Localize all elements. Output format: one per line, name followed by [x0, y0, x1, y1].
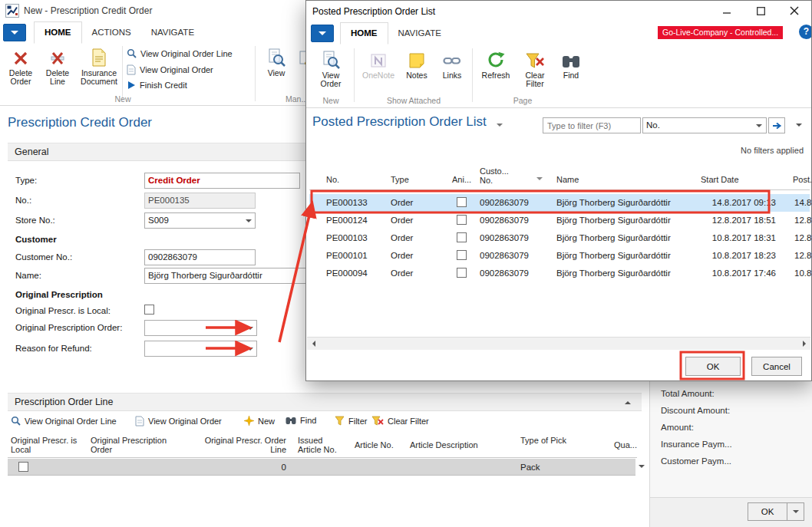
reason-for-refund-field[interactable] [144, 341, 257, 357]
grid-scroll-down-icon[interactable] [639, 465, 645, 468]
find-button[interactable]: Find [555, 48, 587, 80]
original-prescription-section-label: Original Prescription [15, 290, 103, 299]
back-ok-button[interactable]: OK [748, 502, 787, 521]
links-label: Links [435, 71, 469, 80]
back-app-menu-button[interactable] [3, 24, 26, 41]
chevron-down-icon [756, 124, 762, 127]
links-button[interactable]: Links [435, 48, 469, 80]
view-order-button[interactable]: View Order [312, 48, 349, 88]
table-row[interactable]: PE000133 Order 0902863079 Björg Thorberg… [309, 194, 810, 212]
filter-input[interactable] [543, 117, 641, 133]
scroll-right-icon [803, 341, 806, 347]
line-view-original-order-line-button[interactable]: View Original Order Line [11, 416, 117, 426]
filter-go-button[interactable] [768, 117, 785, 133]
line-col-issued-article-no[interactable]: Issued Article No. [298, 436, 344, 454]
row-start-date: 10.8.2017 18:23 [647, 247, 776, 265]
filter-column-value: No. [646, 120, 660, 130]
customer-no-field[interactable]: 0902863079 [144, 249, 256, 265]
row-animal-checkbox[interactable] [457, 197, 467, 207]
line-filter-button[interactable]: Filter [335, 416, 367, 426]
maximize-button[interactable] [747, 1, 774, 21]
line-row-is-local-checkbox[interactable] [18, 462, 28, 472]
horizontal-scrollbar[interactable] [307, 337, 810, 350]
help-button[interactable]: ? [799, 25, 812, 39]
collapse-icon[interactable] [625, 401, 631, 404]
notes-button[interactable]: Notes [400, 48, 434, 80]
line-view-original-order-button[interactable]: View Original Order [135, 416, 222, 427]
row-animal-checkbox[interactable] [457, 250, 467, 260]
store-no-field[interactable]: S009 [144, 212, 256, 229]
table-row[interactable]: PE000124 Order 0902863079 Björg Thorberg… [309, 212, 810, 229]
back-tab-home[interactable]: HOME [34, 21, 82, 44]
line-col-article-description[interactable]: Article Description [410, 440, 494, 450]
table-row[interactable]: PE000101 Order 0902863079 Björg Thorberg… [309, 247, 810, 265]
back-ribbon-group-new: New [92, 94, 153, 104]
close-button[interactable] [781, 1, 808, 21]
onenote-button[interactable]: OneNote [358, 48, 398, 80]
app-logo-icon [5, 4, 19, 18]
line-col-type-of-pick[interactable]: Type of Pick [520, 436, 568, 445]
front-tab-home[interactable]: HOME [340, 22, 388, 44]
row-animal-checkbox[interactable] [457, 232, 467, 242]
page-title-dropdown-icon[interactable] [497, 124, 503, 127]
row-animal-checkbox[interactable] [457, 215, 467, 225]
front-cancel-button[interactable]: Cancel [751, 357, 802, 376]
line-col-article-no[interactable]: Article No. [355, 440, 399, 450]
back-tab-actions[interactable]: ACTIONS [82, 22, 141, 43]
back-ok-dropdown-button[interactable] [787, 502, 804, 521]
col-start-date[interactable]: Start Date [701, 175, 739, 184]
col-no[interactable]: No. [326, 175, 339, 184]
back-tab-navigate[interactable]: NAVIGATE [141, 22, 204, 43]
line-find-button[interactable]: Find [286, 416, 316, 425]
delete-line-button[interactable]: Delete Line [40, 46, 75, 86]
line-col-original-prescription-order[interactable]: Original Prescription Order [91, 436, 189, 454]
factbox-amount-label: Amount: [661, 423, 694, 432]
finish-credit-button[interactable]: Finish Credit [127, 81, 187, 90]
order-line-section-header[interactable]: Prescription Order Line [8, 393, 642, 411]
col-animal[interactable]: Ani... [452, 175, 471, 184]
refresh-button[interactable]: Refresh [477, 48, 515, 80]
filter-pane-expand-icon[interactable] [796, 124, 802, 127]
no-field[interactable]: PE000135 [144, 193, 256, 209]
row-customer-no: 0902863079 [480, 212, 549, 229]
view-original-order-button[interactable]: View Original Order [127, 64, 213, 75]
type-field[interactable]: Credit Order [144, 173, 300, 189]
filter-column-select[interactable]: No. [642, 117, 767, 133]
find-label: Find [555, 71, 587, 80]
toolbar-label: View Original Order [148, 417, 222, 426]
row-customer-no: 0902863079 [480, 229, 549, 247]
minimize-button[interactable] [713, 1, 741, 21]
front-app-menu-button[interactable] [311, 25, 334, 42]
company-badge[interactable]: Go-Live-Company - Controlled... [658, 26, 783, 39]
row-animal-checkbox[interactable] [457, 268, 467, 278]
line-col-original-prescr-is-local[interactable]: Original Prescr. is Local [11, 436, 81, 454]
col-post-date[interactable]: Post... [793, 175, 812, 184]
table-row[interactable]: PE000103 Order 0902863079 Björg Thorberg… [309, 229, 810, 247]
insurance-document-button[interactable]: Insurance Document [77, 46, 121, 86]
col-customer-no[interactable]: Custo... No. [480, 166, 521, 185]
original-prescr-is-local-checkbox[interactable] [144, 305, 154, 315]
line-new-button[interactable]: New [244, 416, 275, 426]
ribbon-separator [122, 46, 123, 101]
line-row-type-of-pick: Pack [520, 459, 568, 476]
notes-label: Notes [400, 71, 434, 80]
front-tab-navigate[interactable]: NAVIGATE [388, 23, 451, 44]
store-no-label: Store No.: [15, 216, 55, 225]
line-col-quantity[interactable]: Qua... [614, 440, 640, 450]
view-original-order-line-button[interactable]: View Original Order Line [127, 48, 233, 58]
delete-order-label: Delete Order [3, 69, 38, 86]
view-button[interactable]: View [259, 46, 293, 77]
scroll-left-button[interactable] [307, 338, 320, 350]
col-type[interactable]: Type [391, 175, 409, 184]
table-row[interactable]: PE000094 Order 0902863079 Björg Thorberg… [309, 265, 810, 282]
line-grid-row[interactable]: 0 Pack [8, 459, 635, 476]
col-name[interactable]: Name [556, 175, 579, 184]
front-ok-button[interactable]: OK [685, 357, 741, 376]
delete-order-button[interactable]: Delete Order [3, 46, 38, 86]
line-clear-filter-button[interactable]: Clear Filter [371, 416, 429, 426]
original-prescription-order-field[interactable] [144, 320, 257, 336]
clear-filter-button[interactable]: Clear Filter [517, 48, 553, 88]
line-col-original-prescr-order-line[interactable]: Original Prescr. Order Line [196, 436, 286, 454]
scroll-right-button[interactable] [797, 338, 810, 350]
name-field[interactable]: Björg Thorberg Sigurðardóttir [144, 268, 308, 284]
